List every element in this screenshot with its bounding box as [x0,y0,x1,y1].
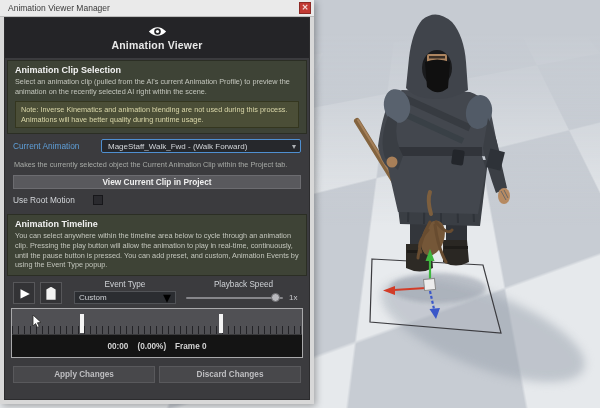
clip-selection-note: Note: Inverse Kinematics and animation b… [15,101,299,129]
window-titlebar[interactable]: Animation Viewer Manager ✕ [0,0,314,17]
timeline-description: You can select anywhere within the timel… [15,231,299,270]
window-body: Animation Viewer Animation Clip Selectio… [4,17,310,400]
close-icon[interactable]: ✕ [299,2,311,14]
playback-speed-label: Playback Speed [214,280,273,289]
window-title: Animation Viewer Manager [8,3,299,13]
event-marker[interactable] [219,314,223,333]
status-frame: Frame 0 [175,342,206,351]
timeline-ticks [12,326,302,334]
view-current-clip-button[interactable]: View Current Clip in Project [13,175,301,189]
discard-changes-button[interactable]: Discard Changes [159,366,301,383]
timeline-section: Animation Timeline You can select anywhe… [5,214,309,383]
event-marker[interactable] [80,314,84,333]
chevron-down-icon: ▾ [292,142,296,151]
gizmo-center-handle[interactable] [424,278,436,290]
current-animation-value: MageStaff_Walk_Fwd - (Walk Forward) [108,142,292,151]
event-type-group: Event Type Custom ▾ [74,280,176,304]
current-animation-dropdown[interactable]: MageStaff_Walk_Fwd - (Walk Forward) ▾ [101,139,301,153]
mouse-cursor [32,315,42,328]
playback-speed-slider[interactable] [186,297,283,299]
timeline-status-bar: 00:00 (0.00%) Frame 0 [12,334,302,357]
clip-selection-section: Animation Clip Selection Select an anima… [7,60,307,134]
event-type-label: Event Type [105,280,146,289]
playback-speed-slider-row: 1x [186,291,301,304]
apply-changes-button[interactable]: Apply Changes [13,366,155,383]
viewer-header: Animation Viewer [5,18,309,58]
eye-icon [148,26,167,37]
clip-selection-title: Animation Clip Selection [15,65,299,75]
status-percent: (0.00%) [137,342,166,351]
timeline-header-box: Animation Timeline You can select anywhe… [7,214,307,276]
clip-selection-description: Select an animation clip (pulled from th… [15,77,299,97]
add-event-icon: + [46,287,57,300]
timeline-title: Animation Timeline [15,219,299,229]
playback-speed-handle[interactable] [271,293,280,302]
add-event-button[interactable]: + [40,282,62,304]
root-motion-checkbox[interactable] [93,195,103,205]
playback-speed-group: Playback Speed 1x [186,280,301,304]
event-type-dropdown[interactable]: Custom ▾ [74,291,176,304]
status-time: 00:00 [107,342,128,351]
screen: Animation Viewer Manager ✕ Animation Vie… [0,0,600,408]
viewer-title: Animation Viewer [111,39,202,51]
selection-quad[interactable] [370,259,501,333]
root-motion-row: Use Root Motion [5,189,309,207]
chevron-down-icon: ▾ [163,288,171,307]
root-motion-label: Use Root Motion [13,195,85,205]
timeline-controls: ▶ + Event Type Custom ▾ [5,276,309,304]
playback-speed-value: 1x [289,293,301,302]
current-animation-row: Current Animation MageStaff_Walk_Fwd - (… [5,134,309,156]
timeline-ruler[interactable] [12,309,302,334]
play-button[interactable]: ▶ [13,282,35,304]
action-buttons-row: Apply Changes Discard Changes [13,366,301,383]
plus-icon: + [55,283,60,292]
view-clip-help-text: Makes the currently selected object the … [5,156,309,171]
event-type-value: Custom [79,293,163,302]
play-icon: ▶ [20,287,29,299]
animation-viewer-window: Animation Viewer Manager ✕ Animation Vie… [0,0,314,404]
timeline-box: 00:00 (0.00%) Frame 0 [11,308,303,358]
current-animation-label: Current Animation [13,141,101,151]
